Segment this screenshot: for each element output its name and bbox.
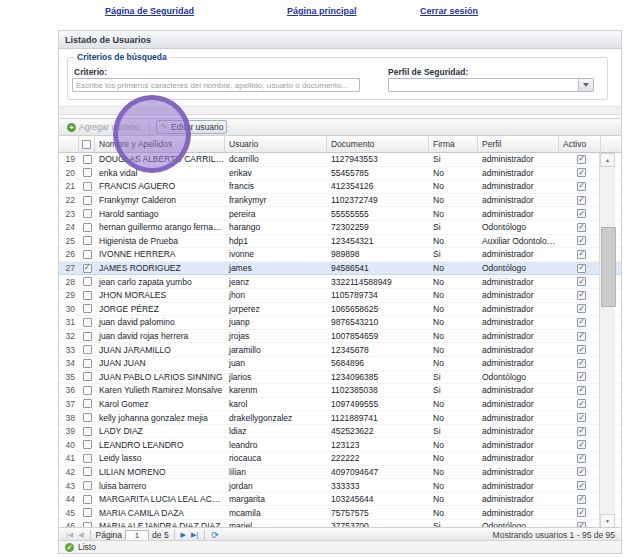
row-checkbox-cell[interactable] [79, 440, 95, 449]
table-row[interactable]: 27 ✓ JAMES RODRIGUEZ james 94586541 No O… [59, 262, 621, 276]
activo-checkbox[interactable]: ✓ [577, 264, 586, 273]
activo-checkbox[interactable]: ✓ [577, 495, 586, 504]
activo-checkbox[interactable]: ✓ [577, 413, 586, 422]
nav-link-cerrar-sesion[interactable]: Cerrar sesión [420, 6, 478, 16]
row-checkbox-cell[interactable] [79, 508, 95, 517]
row-checkbox-cell[interactable] [79, 345, 95, 354]
header-usuario[interactable]: Usuario [225, 136, 327, 152]
table-row[interactable]: 30 JORGE PÉREZ jorperez 1065658625 No ad… [59, 303, 621, 317]
table-row[interactable]: 31 juan david palomino juanp 9876543210 … [59, 316, 621, 330]
row-checkbox[interactable] [83, 291, 92, 300]
row-checkbox[interactable] [83, 318, 92, 327]
activo-checkbox[interactable]: ✓ [577, 223, 586, 232]
nav-link-pagina-seguridad[interactable]: Página de Seguridad [105, 6, 194, 16]
scrollbar-thumb[interactable] [601, 227, 616, 307]
scroll-up-button[interactable]: ▲ [600, 153, 615, 167]
prev-page-button[interactable]: ◀ [77, 531, 84, 539]
row-checkbox[interactable] [83, 332, 92, 341]
row-checkbox[interactable] [83, 454, 92, 463]
row-checkbox[interactable] [83, 168, 92, 177]
table-row[interactable]: 20 erika vidal erikav 55455785 No admini… [59, 167, 621, 181]
row-checkbox-cell[interactable] [79, 386, 95, 395]
perfil-input[interactable] [388, 78, 594, 92]
row-checkbox[interactable] [83, 399, 92, 408]
row-checkbox-cell[interactable] [79, 291, 95, 300]
row-checkbox-cell[interactable] [79, 332, 95, 341]
row-checkbox[interactable] [83, 304, 92, 313]
row-checkbox[interactable] [83, 427, 92, 436]
nav-link-pagina-principal[interactable]: Página principal [287, 6, 357, 16]
row-checkbox[interactable] [83, 250, 92, 259]
row-checkbox[interactable] [83, 467, 92, 476]
row-checkbox-cell[interactable] [79, 318, 95, 327]
activo-checkbox[interactable]: ✓ [577, 440, 586, 449]
table-row[interactable]: 40 LEANDRO LEANDRO leandro 123123 No adm… [59, 438, 621, 452]
row-checkbox-cell[interactable] [79, 359, 95, 368]
activo-checkbox[interactable]: ✓ [577, 291, 586, 300]
row-checkbox[interactable] [83, 413, 92, 422]
table-row[interactable]: 23 Harold santiago pereira 55555555 No a… [59, 207, 621, 221]
perfil-dropdown-trigger[interactable] [578, 79, 593, 91]
activo-checkbox[interactable]: ✓ [577, 332, 586, 341]
row-checkbox[interactable] [83, 386, 92, 395]
activo-checkbox[interactable]: ✓ [577, 277, 586, 286]
table-row[interactable]: 32 juan david rojas herrera jrojas 10078… [59, 330, 621, 344]
activo-checkbox[interactable]: ✓ [577, 399, 586, 408]
row-checkbox-cell[interactable] [79, 250, 95, 259]
activo-checkbox[interactable]: ✓ [577, 236, 586, 245]
row-checkbox-cell[interactable] [79, 413, 95, 422]
activo-checkbox[interactable]: ✓ [577, 508, 586, 517]
row-checkbox-cell[interactable] [79, 236, 95, 245]
row-checkbox[interactable]: ✓ [83, 264, 92, 273]
table-row[interactable]: 38 kelly johanna gonzalez mejia drakelly… [59, 411, 621, 425]
table-row[interactable]: 44 MARGARITA LUCIA LEAL ACOSTA margarita… [59, 493, 621, 507]
table-row[interactable]: 22 Frankymyr Calderon frankymyr 11023727… [59, 194, 621, 208]
row-checkbox[interactable] [83, 345, 92, 354]
row-checkbox-cell[interactable] [79, 155, 95, 164]
select-all-checkbox[interactable] [82, 140, 91, 149]
criterio-input[interactable] [72, 78, 360, 92]
table-row[interactable]: 24 hernan guillermo arango fernandez har… [59, 221, 621, 235]
activo-checkbox[interactable]: ✓ [577, 372, 586, 381]
row-checkbox[interactable] [83, 236, 92, 245]
table-row[interactable]: 41 Leidy lasso riocauca 222222 No admini… [59, 452, 621, 466]
table-row[interactable]: 43 luisa barrero jordan 333333 No admini… [59, 479, 621, 493]
row-checkbox-cell[interactable] [79, 481, 95, 490]
activo-checkbox[interactable]: ✓ [577, 168, 586, 177]
activo-checkbox[interactable]: ✓ [577, 427, 586, 436]
row-checkbox-cell[interactable] [79, 196, 95, 205]
row-checkbox-cell[interactable] [79, 495, 95, 504]
activo-checkbox[interactable]: ✓ [577, 250, 586, 259]
row-checkbox-cell[interactable] [79, 223, 95, 232]
next-page-button[interactable]: ▶ [180, 531, 187, 539]
row-checkbox[interactable] [83, 196, 92, 205]
row-checkbox[interactable] [83, 155, 92, 164]
table-row[interactable]: 37 Karol Gomez karol 1097499555 No admin… [59, 398, 621, 412]
table-row[interactable]: 45 MARIA CAMILA DAZA mcamila 75757575 No… [59, 506, 621, 520]
table-row[interactable]: 36 Karen Yulieth Ramirez Monsalve karenm… [59, 384, 621, 398]
row-checkbox-cell[interactable] [79, 304, 95, 313]
activo-checkbox[interactable]: ✓ [577, 359, 586, 368]
row-checkbox-cell[interactable] [79, 209, 95, 218]
table-row[interactable]: 42 LILIAN MORENO lilian 4097094647 No ad… [59, 466, 621, 480]
activo-checkbox[interactable]: ✓ [577, 454, 586, 463]
row-checkbox[interactable] [83, 277, 92, 286]
header-perfil[interactable]: Perfil [478, 136, 559, 152]
activo-checkbox[interactable]: ✓ [577, 467, 586, 476]
row-checkbox-cell[interactable] [79, 454, 95, 463]
row-checkbox-cell[interactable] [79, 467, 95, 476]
row-checkbox[interactable] [83, 508, 92, 517]
row-checkbox[interactable] [83, 182, 92, 191]
table-row[interactable]: 26 IVONNE HERRERA ivonne 989898 Si admin… [59, 248, 621, 262]
scroll-down-button[interactable]: ▼ [600, 514, 615, 528]
row-checkbox[interactable] [83, 481, 92, 490]
table-row[interactable]: 34 JUAN JUAN juan 5684896 No administrad… [59, 357, 621, 371]
page-number-input[interactable] [125, 530, 149, 541]
header-select-all[interactable] [79, 136, 95, 152]
activo-checkbox[interactable]: ✓ [577, 318, 586, 327]
add-user-button[interactable]: + Agregar usuario [63, 120, 143, 134]
activo-checkbox[interactable]: ✓ [577, 481, 586, 490]
activo-checkbox[interactable]: ✓ [577, 209, 586, 218]
header-nombre[interactable]: Nombre y Apellidos [95, 136, 225, 152]
row-checkbox[interactable] [83, 223, 92, 232]
